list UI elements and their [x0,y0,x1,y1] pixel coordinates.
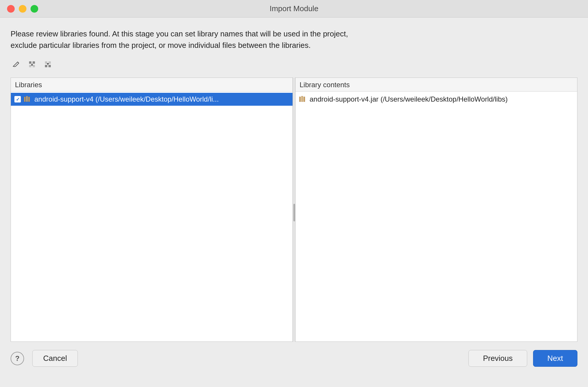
libraries-panel-header: Libraries [11,78,293,92]
library-icon [24,95,31,103]
title-bar: Import Module [0,0,588,18]
panel-divider [293,78,295,342]
library-contents-header: Library contents [295,78,577,92]
svg-rect-17 [301,96,303,102]
panels-container: Libraries ✓ android-suppor [11,78,577,342]
svg-rect-7 [45,65,47,67]
move-up-button[interactable] [26,59,38,69]
cancel-button[interactable]: Cancel [32,350,78,367]
next-button[interactable]: Next [533,350,577,367]
close-button[interactable] [7,5,15,13]
jar-icon [299,95,307,103]
toolbar [11,59,577,69]
svg-rect-11 [26,96,28,102]
maximize-button[interactable] [31,5,38,13]
library-item[interactable]: ✓ android-support-v4 (/Users/weileek/Des… [11,93,293,106]
window-controls [7,5,38,13]
help-button[interactable]: ? [11,352,24,365]
svg-rect-8 [48,65,51,67]
content-item[interactable]: android-support-v4.jar (/Users/weileek/D… [295,93,577,106]
footer-left: ? Cancel [11,350,78,367]
library-contents-panel: Library contents android-support-v4. [295,78,577,342]
svg-rect-10 [24,97,26,102]
svg-rect-12 [28,97,30,102]
previous-button[interactable]: Previous [468,350,527,367]
svg-marker-4 [31,63,33,65]
svg-rect-16 [299,97,301,102]
svg-marker-9 [47,63,49,65]
svg-rect-0 [29,61,31,64]
description-text: Please review libraries found. At this s… [11,28,577,51]
libraries-panel: Libraries ✓ android-suppor [11,78,293,342]
window-title: Import Module [270,4,318,13]
library-item-name: android-support-v4 (/Users/weileek/Deskt… [34,95,219,103]
svg-rect-1 [33,61,35,64]
footer: ? Cancel Previous Next [0,342,588,375]
edit-button[interactable] [11,59,22,69]
move-down-button[interactable] [42,59,53,69]
minimize-button[interactable] [19,5,26,13]
checkbox-icon[interactable]: ✓ [14,96,21,102]
libraries-list[interactable]: ✓ android-support-v4 (/Users/weileek/Des… [11,92,293,341]
footer-right: Previous Next [468,350,577,367]
content-area: Please review libraries found. At this s… [0,18,588,342]
content-item-name: android-support-v4.jar (/Users/weileek/D… [310,95,508,103]
library-contents-list[interactable]: android-support-v4.jar (/Users/weileek/D… [295,92,577,341]
svg-rect-18 [303,97,305,102]
